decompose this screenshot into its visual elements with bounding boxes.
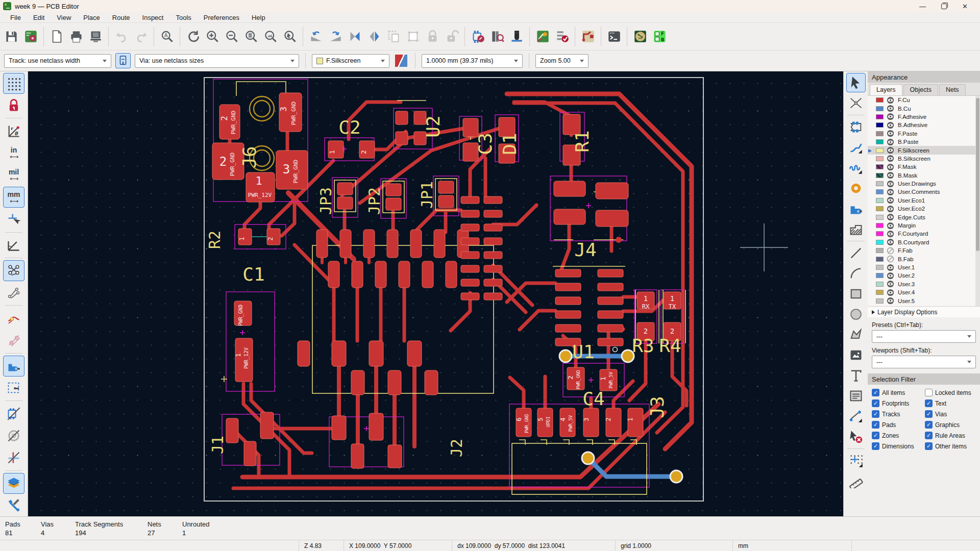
component-ref-label[interactable]: C4 <box>582 388 604 409</box>
add-text-tool[interactable] <box>846 366 866 385</box>
plot-button[interactable] <box>86 27 105 47</box>
component-ref-label[interactable]: C1 <box>242 264 264 285</box>
checkbox-checked-icon[interactable]: ✓ <box>872 421 879 429</box>
polar-coordinates-button[interactable]: rθ <box>3 120 24 141</box>
delete-tool[interactable] <box>846 427 866 446</box>
show-ratsnest-button[interactable] <box>3 260 24 281</box>
visibility-eye-icon[interactable] <box>887 230 894 238</box>
visibility-eye-icon[interactable] <box>887 205 894 213</box>
filter-other-items[interactable]: ✓Other items <box>925 442 978 450</box>
visibility-eye-icon[interactable] <box>887 247 894 255</box>
visibility-eye-icon[interactable] <box>887 289 894 296</box>
layer-row-user.eco2[interactable]: User.Eco2 <box>868 205 980 213</box>
tune-length-tool[interactable] <box>846 158 866 178</box>
layer-color-swatch[interactable] <box>876 189 884 194</box>
visibility-eye-icon[interactable] <box>887 121 894 129</box>
add-textbox-tool[interactable] <box>846 386 866 406</box>
layer-color-swatch[interactable] <box>876 257 884 262</box>
redo-button[interactable] <box>132 27 150 47</box>
show-grid-button[interactable] <box>3 73 24 94</box>
checkbox-checked-icon[interactable]: ✓ <box>925 410 933 418</box>
flip-horizontal-button[interactable] <box>346 27 364 47</box>
visibility-eye-icon[interactable] <box>887 155 894 162</box>
layer-color-swatch[interactable] <box>876 290 884 295</box>
filter-zones[interactable]: ✓Zones <box>872 432 925 439</box>
component-ref-label[interactable]: C3 <box>475 133 496 155</box>
visibility-eye-icon[interactable] <box>887 213 894 221</box>
menu-view[interactable]: View <box>51 13 77 22</box>
filter-rule-areas[interactable]: ✓Rule Areas <box>925 432 978 439</box>
menu-file[interactable]: File <box>4 13 27 22</box>
rotate-cw-button[interactable] <box>326 27 345 47</box>
units-mils-button[interactable]: mil⟷ <box>3 165 24 186</box>
layer-row-edge.cuts[interactable]: Edge.Cuts <box>868 213 980 221</box>
layer-color-swatch[interactable] <box>876 206 884 211</box>
layer-row-user.1[interactable]: User.1 <box>868 263 980 271</box>
filter-vias[interactable]: ✓Vias <box>925 410 978 418</box>
layer-row-user.4[interactable]: User.4 <box>868 288 980 296</box>
print-button[interactable] <box>67 27 85 47</box>
layer-row-b.cu[interactable]: B.Cu <box>868 104 980 112</box>
filter-tracks[interactable]: ✓Tracks <box>872 410 925 418</box>
checkbox-unchecked-icon[interactable]: ✓ <box>925 389 933 396</box>
component-ref-label[interactable]: J3 <box>647 396 668 418</box>
presets-dropdown[interactable]: --- <box>872 330 976 343</box>
layer-row-f.fab[interactable]: F.Fab <box>868 246 980 255</box>
layer-color-swatch[interactable] <box>876 114 884 119</box>
tab-objects[interactable]: Objects <box>903 84 938 95</box>
visibility-eye-icon[interactable] <box>887 238 894 246</box>
sketch-vias-button[interactable] <box>3 330 24 350</box>
visibility-eye-icon[interactable] <box>887 113 894 120</box>
footprint-editor-button[interactable] <box>469 27 487 47</box>
grid-size-dropdown[interactable]: 1.0000 mm (39.37 mils) <box>422 54 523 68</box>
draw-line-tool[interactable] <box>846 243 866 263</box>
layer-row-f.courtyard[interactable]: F.Courtyard <box>868 230 980 238</box>
rotate-ccw-button[interactable] <box>307 27 325 47</box>
crosshair-cursor-button[interactable] <box>3 209 24 230</box>
menu-place[interactable]: Place <box>77 13 106 22</box>
preferences-tools-button[interactable] <box>3 495 24 516</box>
unlock-button[interactable] <box>443 27 461 47</box>
zoom-fit-button[interactable] <box>242 27 260 47</box>
filter-dimensions[interactable]: ✓Dimensions <box>872 442 925 450</box>
visibility-eye-icon[interactable] <box>887 138 894 146</box>
zone-outline-button[interactable] <box>3 378 24 398</box>
checkbox-checked-icon[interactable]: ✓ <box>872 410 879 418</box>
refresh-button[interactable] <box>184 27 202 47</box>
component-ref-label[interactable]: JP3 <box>317 187 335 215</box>
mirror-vertical-button[interactable] <box>365 27 383 47</box>
visibility-eye-icon[interactable] <box>887 105 894 112</box>
layer-color-swatch[interactable] <box>876 240 884 245</box>
draw-arc-tool[interactable] <box>846 264 866 283</box>
visibility-eye-icon[interactable] <box>887 171 894 179</box>
layer-color-swatch[interactable] <box>876 122 884 128</box>
add-rule-area-tool[interactable] <box>846 219 866 239</box>
layer-color-swatch[interactable] <box>876 198 884 203</box>
layer-color-swatch[interactable] <box>876 139 884 144</box>
add-via-tool[interactable] <box>846 179 866 198</box>
component-ref-label[interactable]: R4 <box>659 335 681 356</box>
component-ref-label[interactable]: U2 <box>423 115 444 137</box>
net-inspector-button[interactable] <box>579 27 597 47</box>
component-ref-label[interactable]: C2 <box>338 117 360 138</box>
layer-color-swatch[interactable] <box>876 173 884 178</box>
checkbox-checked-icon[interactable]: ✓ <box>925 399 933 407</box>
zones-filled-button[interactable] <box>3 356 24 377</box>
checkbox-checked-icon[interactable]: ✓ <box>925 432 933 439</box>
menu-help[interactable]: Help <box>246 13 272 22</box>
filter-all-items[interactable]: ✓All items <box>872 389 925 396</box>
layer-row-b.adhesive[interactable]: B.Adhesive <box>868 121 980 129</box>
visibility-eye-icon[interactable] <box>887 180 894 188</box>
visibility-eye-icon[interactable] <box>887 272 894 280</box>
layer-row-f.mask[interactable]: F.Mask <box>868 163 980 171</box>
visibility-eye-icon[interactable] <box>887 188 894 196</box>
close-button[interactable]: ✕ <box>962 3 968 10</box>
constrain-45-degrees-button[interactable] <box>3 235 24 256</box>
visibility-eye-icon[interactable] <box>887 255 894 263</box>
visibility-eye-icon[interactable] <box>887 280 894 288</box>
layer-color-swatch[interactable] <box>876 181 884 186</box>
checkbox-checked-icon[interactable]: ✓ <box>925 421 933 429</box>
checkbox-checked-icon[interactable]: ✓ <box>872 432 879 439</box>
layer-row-b.mask[interactable]: B.Mask <box>868 171 980 180</box>
checkbox-checked-icon[interactable]: ✓ <box>872 399 879 407</box>
